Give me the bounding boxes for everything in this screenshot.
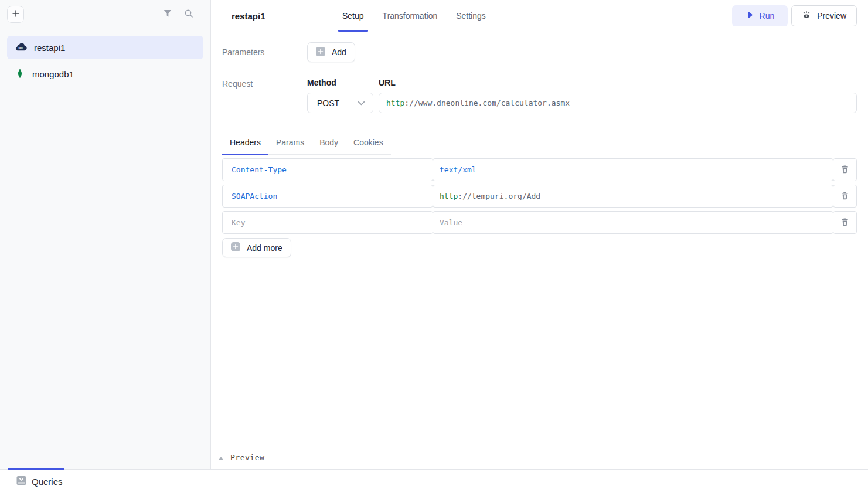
header-key-text: Content-Type — [232, 165, 287, 174]
sidebar-item-label: restapi1 — [34, 43, 65, 53]
method-field: Method POST — [307, 78, 373, 113]
header-value-text: text/xml — [440, 165, 476, 174]
url-scheme: http — [386, 98, 404, 107]
add-more-button[interactable]: Add more — [222, 238, 291, 257]
header-value-scheme: http — [440, 192, 458, 200]
preview-panel-label: Preview — [230, 453, 264, 462]
delete-row-button[interactable] — [833, 158, 857, 181]
parameters-label: Parameters — [222, 47, 307, 57]
search-icon — [184, 9, 193, 20]
run-label: Run — [760, 11, 775, 21]
trash-icon — [840, 217, 849, 228]
trash-icon — [840, 165, 849, 175]
request-section: Request Method POST URL http: — [222, 78, 857, 113]
queries-tab[interactable]: Queries — [16, 475, 63, 487]
setup-form: Parameters Add Request Method POST — [211, 32, 868, 446]
tab-headers[interactable]: Headers — [222, 133, 268, 154]
tab-cookies[interactable]: Cookies — [346, 133, 391, 154]
plus-square-icon — [231, 242, 240, 253]
header-key-editor[interactable]: Content-Type — [222, 158, 433, 181]
preview-button[interactable]: Preview — [791, 5, 857, 26]
request-label: Request — [222, 78, 307, 89]
delete-row-button[interactable] — [833, 185, 857, 208]
sidebar-toolbar — [0, 0, 210, 29]
chevron-down-icon — [358, 98, 365, 108]
mongodb-leaf-icon — [15, 68, 25, 80]
query-list: REST restapi1 mongodb1 — [0, 29, 210, 469]
run-button[interactable]: Run — [732, 5, 788, 26]
tab-transformation[interactable]: Transformation — [383, 0, 438, 32]
key-input[interactable] — [232, 212, 424, 233]
delete-row-button[interactable] — [833, 211, 857, 234]
header-value-editor[interactable] — [433, 211, 833, 234]
queries-tab-label: Queries — [32, 477, 63, 487]
add-more-label: Add more — [247, 243, 282, 253]
header-row-3 — [222, 211, 857, 234]
url-field: URL http://www.dneonline.com/calculator.… — [379, 78, 857, 113]
header-value-editor[interactable]: text/xml — [433, 158, 833, 181]
bottom-bar: Queries — [0, 469, 868, 493]
tab-params[interactable]: Params — [268, 133, 312, 154]
active-tab-indicator — [8, 468, 64, 470]
workspace: REST restapi1 mongodb1 restapi1 Setup Tr — [0, 0, 868, 469]
page-title: restapi1 — [232, 11, 265, 21]
add-parameter-label: Add — [332, 47, 346, 57]
header-key-editor[interactable] — [222, 211, 433, 234]
sidebar-item-restapi1[interactable]: REST restapi1 — [7, 36, 203, 59]
editor-header: restapi1 Setup Transformation Settings R… — [211, 0, 868, 32]
header-value-editor[interactable]: http://tempuri.org/Add — [433, 185, 833, 208]
url-input[interactable]: http://www.dneonline.com/calculator.asmx — [379, 93, 857, 113]
queries-pane-icon — [16, 475, 26, 487]
plus-square-icon — [316, 47, 325, 58]
app-window: REST restapi1 mongodb1 restapi1 Setup Tr — [0, 0, 868, 493]
tab-setup[interactable]: Setup — [342, 0, 364, 32]
trash-icon — [840, 191, 849, 202]
new-query-button[interactable] — [7, 6, 24, 23]
eye-icon — [802, 11, 811, 21]
header-key-editor[interactable]: SOAPAction — [222, 185, 433, 208]
method-value: POST — [317, 98, 339, 108]
editor-tabs: Setup Transformation Settings — [342, 0, 486, 32]
tab-body[interactable]: Body — [312, 133, 346, 154]
value-input[interactable] — [440, 212, 826, 233]
filter-button[interactable] — [160, 7, 175, 22]
rest-api-cloud-icon: REST — [15, 42, 27, 53]
add-parameter-button[interactable]: Add — [307, 42, 355, 62]
sidebar: REST restapi1 mongodb1 — [0, 0, 211, 469]
header-key-text: SOAPAction — [232, 192, 277, 200]
triangle-up-icon — [218, 453, 224, 463]
url-rest: ://www.dneonline.com/calculator.asmx — [404, 98, 570, 107]
header-row-1: Content-Type text/xml — [222, 158, 857, 181]
query-editor: restapi1 Setup Transformation Settings R… — [211, 0, 868, 469]
method-label: Method — [307, 78, 373, 87]
svg-text:REST: REST — [18, 47, 23, 49]
plus-icon — [12, 9, 20, 19]
filter-icon — [163, 9, 172, 20]
parameters-section: Parameters Add — [222, 42, 857, 62]
header-row-2: SOAPAction http://tempuri.org/Add — [222, 185, 857, 208]
search-button[interactable] — [181, 7, 196, 22]
kv-tabs: Headers Params Body Cookies — [222, 133, 391, 155]
preview-label: Preview — [817, 11, 846, 21]
sidebar-item-label: mongodb1 — [32, 69, 74, 79]
header-value-rest: ://tempuri.org/Add — [458, 192, 540, 200]
url-label: URL — [379, 78, 857, 87]
method-select[interactable]: POST — [307, 93, 373, 113]
response-preview-toggle[interactable]: Preview — [211, 446, 868, 469]
play-icon — [746, 11, 753, 21]
tab-settings[interactable]: Settings — [456, 0, 486, 32]
header-actions: Run Preview — [732, 5, 857, 26]
sidebar-item-mongodb1[interactable]: mongodb1 — [7, 62, 203, 86]
